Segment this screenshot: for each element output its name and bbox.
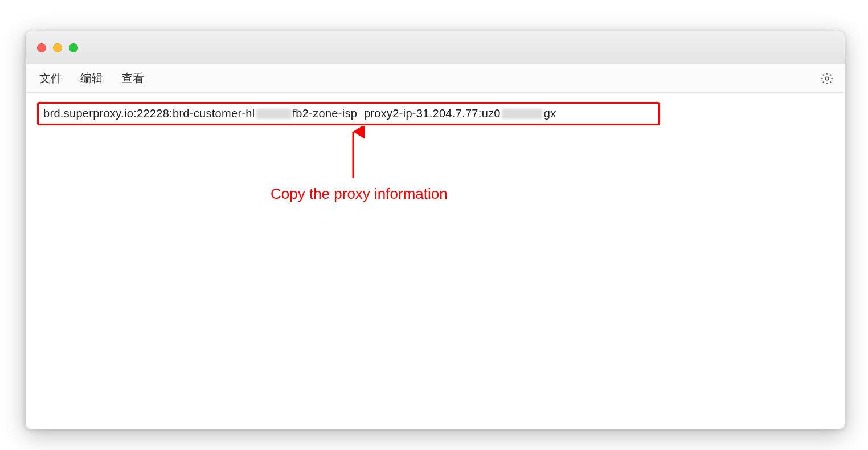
titlebar [26, 31, 845, 64]
proxy-highlight-box: brd.superproxy.io:22228:brd-customer-hl … [37, 102, 660, 125]
menubar: 文件 编辑 查看 [26, 64, 845, 93]
minimize-button[interactable] [53, 43, 62, 52]
app-window: 文件 编辑 查看 brd.superproxy.io:22228:brd-cus… [25, 31, 845, 429]
annotation-arrow [342, 126, 365, 183]
content-area: brd.superproxy.io:22228:brd-customer-hl … [26, 93, 845, 134]
proxy-space [357, 107, 364, 120]
maximize-button[interactable] [69, 43, 78, 52]
menu-file[interactable]: 文件 [39, 71, 62, 86]
svg-point-0 [825, 77, 829, 80]
proxy-blur-2 [502, 109, 543, 119]
proxy-blur-1 [256, 109, 292, 119]
menu-view[interactable]: 查看 [121, 71, 144, 86]
proxy-text-part2: fb2-zone-isp [293, 107, 358, 120]
annotation-label: Copy the proxy information [271, 185, 448, 203]
proxy-text-part3: proxy2-ip-31.204.7.77:uz0 [364, 107, 501, 120]
gear-icon[interactable] [821, 72, 833, 85]
menu-edit[interactable]: 编辑 [80, 71, 103, 86]
proxy-text-part4: gx [544, 107, 556, 120]
close-button[interactable] [37, 43, 46, 52]
proxy-text-part1: brd.superproxy.io:22228:brd-customer-hl [43, 107, 255, 120]
